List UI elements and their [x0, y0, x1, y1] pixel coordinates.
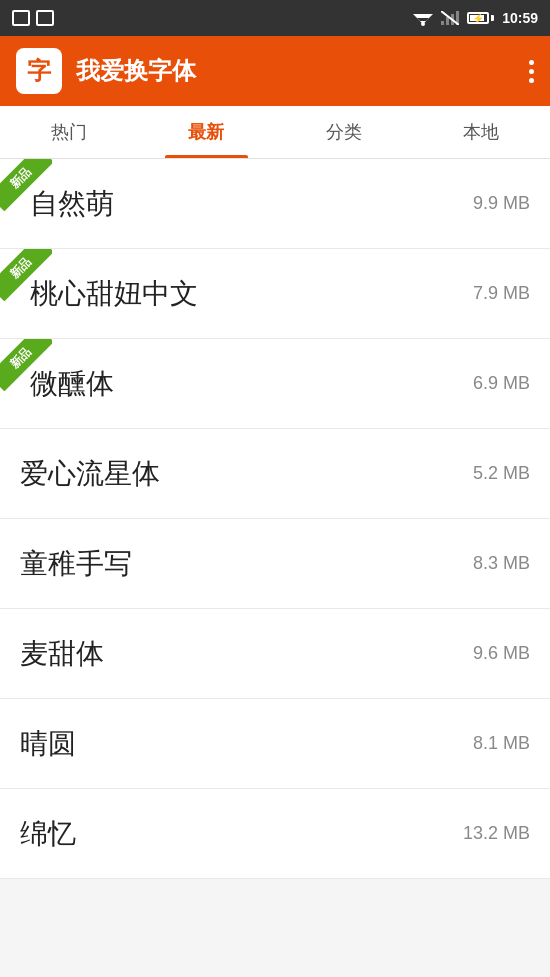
battery-icon: ⚡: [467, 12, 494, 24]
more-dot-1: [529, 60, 534, 65]
status-time: 10:59: [502, 10, 538, 26]
font-name: 麦甜体: [20, 635, 473, 673]
svg-rect-5: [446, 17, 449, 25]
font-name: 晴圆: [20, 725, 473, 763]
font-name: 童稚手写: [20, 545, 473, 583]
list-item[interactable]: 麦甜体 9.6 MB: [0, 609, 550, 699]
new-badge-label: 新品: [0, 159, 52, 211]
new-badge-label: 新品: [0, 339, 52, 391]
tab-local[interactable]: 本地: [413, 106, 551, 158]
font-size: 7.9 MB: [473, 283, 530, 304]
more-dot-3: [529, 78, 534, 83]
list-item[interactable]: 晴圆 8.1 MB: [0, 699, 550, 789]
tab-new[interactable]: 最新: [138, 106, 276, 158]
list-item[interactable]: 新品 桃心甜妞中文 7.9 MB: [0, 249, 550, 339]
font-list: 新品 自然萌 9.9 MB 新品 桃心甜妞中文 7.9 MB 新品 微醺体 6.…: [0, 159, 550, 879]
font-name: 自然萌: [20, 185, 473, 223]
list-item[interactable]: 新品 自然萌 9.9 MB: [0, 159, 550, 249]
list-item[interactable]: 爱心流星体 5.2 MB: [0, 429, 550, 519]
font-size: 5.2 MB: [473, 463, 530, 484]
font-name: 爱心流星体: [20, 455, 473, 493]
new-badge: 新品: [0, 249, 52, 301]
list-item[interactable]: 新品 微醺体 6.9 MB: [0, 339, 550, 429]
list-item[interactable]: 童稚手写 8.3 MB: [0, 519, 550, 609]
more-dot-2: [529, 69, 534, 74]
font-size: 13.2 MB: [463, 823, 530, 844]
tab-bar: 热门 最新 分类 本地: [0, 106, 550, 159]
font-size: 8.3 MB: [473, 553, 530, 574]
svg-point-3: [421, 22, 425, 26]
tab-hot[interactable]: 热门: [0, 106, 138, 158]
new-badge: 新品: [0, 339, 52, 391]
tab-category[interactable]: 分类: [275, 106, 413, 158]
list-item[interactable]: 绵忆 13.2 MB: [0, 789, 550, 879]
status-square-2: [36, 10, 54, 26]
font-name: 微醺体: [20, 365, 473, 403]
status-left: [12, 10, 54, 26]
toolbar: 字 我爱换字体: [0, 36, 550, 106]
app-icon: 字: [16, 48, 62, 94]
status-square-1: [12, 10, 30, 26]
more-menu-button[interactable]: [529, 60, 534, 83]
font-size: 9.9 MB: [473, 193, 530, 214]
wifi-icon: [413, 10, 433, 26]
font-size: 9.6 MB: [473, 643, 530, 664]
new-badge: 新品: [0, 159, 52, 211]
signal-icon: [441, 11, 459, 25]
svg-rect-4: [441, 21, 444, 25]
status-right: ⚡ 10:59: [413, 10, 538, 26]
font-name: 桃心甜妞中文: [20, 275, 473, 313]
app-title: 我爱换字体: [76, 55, 515, 87]
font-name: 绵忆: [20, 815, 463, 853]
font-size: 8.1 MB: [473, 733, 530, 754]
font-size: 6.9 MB: [473, 373, 530, 394]
new-badge-label: 新品: [0, 249, 52, 301]
status-bar: ⚡ 10:59: [0, 0, 550, 36]
